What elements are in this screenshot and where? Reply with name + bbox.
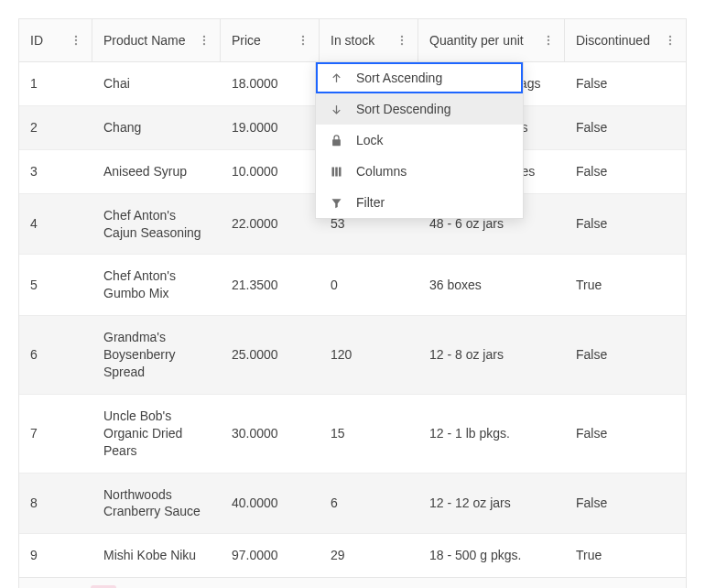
cell-disc: False bbox=[565, 150, 686, 193]
column-context-menu: Sort Ascending Sort Descending Lock Colu… bbox=[315, 61, 524, 219]
table-row[interactable]: 7Uncle Bob's Organic Dried Pears30.00001… bbox=[19, 395, 686, 474]
grid-header-row: ID Product Name Price In stock Quantity … bbox=[19, 19, 686, 62]
cell-stock: 6 bbox=[320, 474, 418, 534]
svg-point-7 bbox=[302, 39, 304, 41]
column-header-price[interactable]: Price bbox=[221, 19, 320, 61]
column-menu-icon[interactable] bbox=[540, 32, 557, 49]
column-menu-icon[interactable] bbox=[68, 32, 84, 49]
cell-stock: 15 bbox=[320, 395, 418, 473]
menu-item-filter[interactable]: Filter bbox=[316, 187, 523, 218]
svg-point-9 bbox=[401, 36, 403, 38]
svg-point-11 bbox=[401, 43, 403, 45]
cell-id: 8 bbox=[19, 474, 92, 534]
menu-item-label: Sort Ascending bbox=[356, 71, 442, 85]
svg-point-1 bbox=[75, 39, 77, 41]
cell-qty: 12 - 8 oz jars bbox=[418, 316, 565, 394]
column-menu-icon[interactable] bbox=[295, 32, 311, 49]
column-header-discontinued[interactable]: Discontinued bbox=[565, 19, 686, 61]
table-row[interactable]: 6Grandma's Boysenberry Spread25.00001201… bbox=[19, 316, 686, 395]
column-header-label: Discontinued bbox=[576, 33, 650, 48]
svg-point-4 bbox=[203, 39, 205, 41]
column-menu-icon[interactable] bbox=[394, 32, 410, 49]
cell-price: 10.0000 bbox=[221, 150, 320, 193]
menu-item-label: Columns bbox=[356, 164, 407, 179]
cell-name: Uncle Bob's Organic Dried Pears bbox=[92, 395, 221, 473]
cell-stock: 0 bbox=[320, 255, 418, 315]
cell-price: 18.0000 bbox=[221, 62, 320, 105]
cell-disc: False bbox=[565, 194, 686, 255]
cell-disc: True bbox=[565, 255, 686, 315]
svg-point-14 bbox=[548, 43, 549, 45]
cell-disc: False bbox=[565, 62, 686, 105]
cell-price: 21.3500 bbox=[221, 255, 320, 315]
cell-price: 40.0000 bbox=[221, 474, 320, 534]
arrow-up-icon bbox=[329, 71, 343, 85]
svg-rect-19 bbox=[335, 167, 338, 176]
cell-price: 25.0000 bbox=[221, 316, 320, 394]
svg-point-17 bbox=[669, 43, 671, 45]
svg-rect-18 bbox=[331, 167, 334, 176]
cell-disc: False bbox=[565, 395, 686, 473]
menu-item-sort-ascending[interactable]: Sort Ascending bbox=[316, 62, 523, 93]
column-header-label: Quantity per unit bbox=[429, 33, 524, 48]
column-header-in-stock[interactable]: In stock bbox=[320, 19, 418, 61]
column-header-product-name[interactable]: Product Name bbox=[92, 19, 221, 61]
cell-qty: 12 - 1 lb pkgs. bbox=[418, 395, 565, 473]
cell-price: 19.0000 bbox=[221, 106, 320, 149]
cell-disc: True bbox=[565, 534, 686, 577]
svg-point-5 bbox=[203, 43, 205, 45]
column-header-label: ID bbox=[30, 33, 43, 48]
svg-point-12 bbox=[548, 36, 549, 38]
cell-name: Chef Anton's Gumbo Mix bbox=[92, 255, 221, 315]
lock-icon bbox=[329, 133, 343, 147]
cell-disc: False bbox=[565, 474, 686, 534]
cell-id: 7 bbox=[19, 395, 92, 473]
svg-point-6 bbox=[302, 36, 304, 38]
cell-disc: False bbox=[565, 316, 686, 394]
column-header-label: Product Name bbox=[103, 33, 185, 48]
menu-item-label: Filter bbox=[356, 195, 385, 210]
column-header-quantity-per-unit[interactable]: Quantity per unit bbox=[418, 19, 565, 61]
cell-price: 97.0000 bbox=[221, 534, 320, 577]
pager: 12345678 1 - 10 of 77 items bbox=[19, 577, 686, 588]
table-row[interactable]: 5Chef Anton's Gumbo Mix21.3500036 boxesT… bbox=[19, 255, 686, 316]
cell-price: 22.0000 bbox=[221, 194, 320, 255]
filter-icon bbox=[329, 195, 343, 210]
column-header-id[interactable]: ID bbox=[19, 19, 92, 61]
cell-qty: 18 - 500 g pkgs. bbox=[418, 534, 565, 577]
svg-point-10 bbox=[401, 39, 403, 41]
svg-point-2 bbox=[75, 43, 77, 45]
cell-stock: 120 bbox=[320, 316, 418, 394]
menu-item-columns[interactable]: Columns bbox=[316, 156, 523, 187]
cell-disc: False bbox=[565, 106, 686, 149]
svg-point-13 bbox=[548, 39, 549, 41]
svg-rect-20 bbox=[339, 167, 342, 176]
menu-item-lock[interactable]: Lock bbox=[316, 125, 523, 156]
cell-name: Northwoods Cranberry Sauce bbox=[92, 474, 221, 534]
cell-qty: 12 - 12 oz jars bbox=[418, 474, 565, 534]
column-menu-icon[interactable] bbox=[662, 32, 678, 49]
cell-id: 3 bbox=[19, 150, 92, 193]
cell-id: 1 bbox=[19, 62, 92, 105]
cell-name: Chai bbox=[92, 62, 221, 105]
columns-icon bbox=[329, 164, 343, 179]
svg-point-3 bbox=[203, 36, 205, 38]
arrow-down-icon bbox=[329, 102, 343, 116]
column-menu-icon[interactable] bbox=[196, 32, 212, 49]
cell-qty: 36 boxes bbox=[418, 255, 565, 315]
data-grid: ID Product Name Price In stock Quantity … bbox=[18, 18, 687, 588]
cell-name: Mishi Kobe Niku bbox=[92, 534, 221, 577]
menu-item-label: Lock bbox=[356, 133, 384, 147]
menu-item-sort-descending[interactable]: Sort Descending bbox=[316, 93, 523, 125]
cell-id: 5 bbox=[19, 255, 92, 315]
column-header-label: In stock bbox=[331, 33, 374, 48]
svg-point-8 bbox=[302, 43, 304, 45]
table-row[interactable]: 9Mishi Kobe Niku97.00002918 - 500 g pkgs… bbox=[19, 534, 686, 577]
svg-point-16 bbox=[669, 39, 671, 41]
svg-point-15 bbox=[669, 36, 671, 38]
cell-id: 9 bbox=[19, 534, 92, 577]
column-header-label: Price bbox=[232, 33, 261, 48]
table-row[interactable]: 8Northwoods Cranberry Sauce40.0000612 - … bbox=[19, 474, 686, 535]
cell-name: Chang bbox=[92, 106, 221, 149]
cell-price: 30.0000 bbox=[221, 395, 320, 473]
